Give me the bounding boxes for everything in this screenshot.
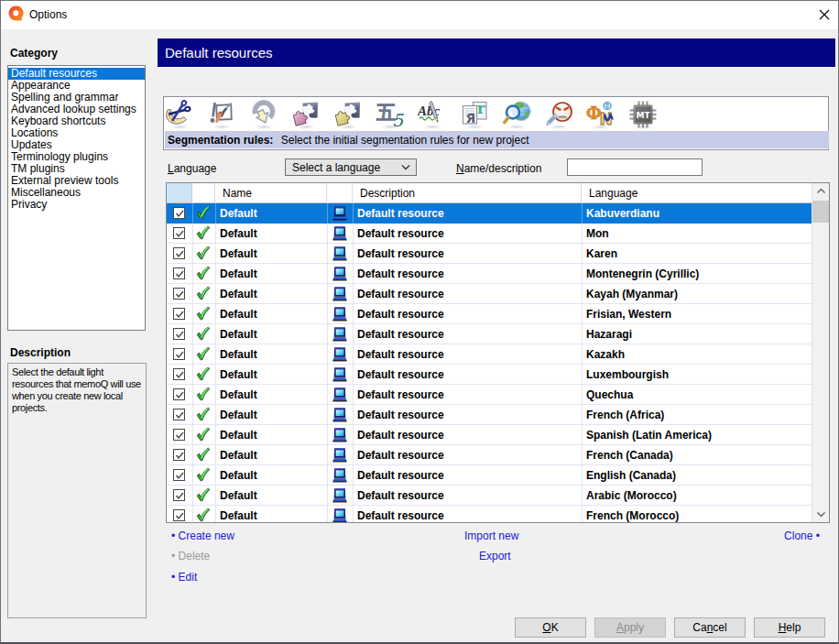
create-new-link[interactable]: • Create new: [171, 529, 234, 542]
checkmark-icon: [174, 430, 186, 442]
table-row[interactable]: Default Default resource Luxembourgish: [167, 365, 812, 385]
language-cell: French (Morocco): [586, 506, 679, 523]
row-checkbox[interactable]: [173, 227, 185, 239]
table-row[interactable]: Default Default resource Spanish (Latin …: [167, 425, 812, 445]
name-description-input[interactable]: [567, 158, 703, 176]
header-name-column[interactable]: Name: [215, 183, 327, 202]
row-checkbox[interactable]: [173, 509, 185, 521]
row-checkbox[interactable]: [173, 449, 185, 461]
description-cell: Default resource: [357, 284, 444, 303]
number-formats-icon[interactable]: 五5: [375, 97, 417, 130]
table-row[interactable]: Default Default resource Arabic (Morocco…: [167, 486, 812, 506]
resource-icon-cell: [332, 244, 347, 263]
row-checkbox[interactable]: [173, 247, 185, 259]
forbidden-terms-icon: [544, 100, 573, 129]
row-checkbox[interactable]: [173, 308, 185, 320]
scroll-down-button[interactable]: [812, 507, 830, 522]
segmentation-rules-icon[interactable]: [164, 97, 206, 130]
close-button[interactable]: [814, 5, 834, 25]
table-row[interactable]: Default Default resource Quechua: [167, 385, 812, 405]
qa-settings-icon[interactable]: [206, 97, 248, 130]
row-checkbox[interactable]: [173, 328, 185, 340]
web-search-icon[interactable]: [501, 97, 543, 130]
svg-text:MT: MT: [636, 111, 650, 120]
green-check-icon: [195, 366, 211, 382]
green-check-icon: [195, 407, 211, 422]
table-row[interactable]: Default Default resource Hazaragi: [167, 324, 812, 344]
language-cell: Luxembourgish: [586, 365, 669, 384]
row-checkbox[interactable]: [173, 288, 185, 300]
import-new-link[interactable]: Import new: [464, 529, 518, 542]
puzzle-yellow-icon[interactable]: [332, 97, 375, 130]
language-combobox-value: Select a language: [292, 161, 380, 174]
edit-link[interactable]: • Edit: [171, 571, 197, 584]
header-description-column[interactable]: Description: [353, 183, 582, 202]
language-cell: Kayah (Myanmar): [586, 284, 678, 303]
auto-translation-icon[interactable]: [248, 97, 290, 130]
table-row[interactable]: Default Default resource Frisian, Wester…: [167, 304, 812, 324]
green-check-icon: [195, 326, 211, 342]
name-cell: Default: [220, 445, 257, 464]
table-row[interactable]: Default Default resource French (Africa): [167, 405, 812, 425]
resource-icon-cell: [332, 425, 347, 444]
green-check-icon: [195, 205, 211, 221]
table-row[interactable]: Default Default resource French (Canada): [167, 445, 812, 465]
row-checkbox[interactable]: [173, 409, 185, 420]
header-language-column[interactable]: Language: [582, 183, 812, 202]
language-label: Language: [168, 162, 216, 175]
language-cell: Spanish (Latin America): [586, 425, 712, 444]
row-checkbox[interactable]: [173, 429, 185, 441]
scroll-up-button[interactable]: [812, 183, 830, 199]
help-button[interactable]: Help: [754, 617, 825, 638]
row-checkbox[interactable]: [173, 388, 185, 400]
delete-link[interactable]: • Delete: [171, 550, 210, 562]
header-checkbox-column[interactable]: [167, 183, 192, 202]
name-cell: Default: [220, 203, 257, 223]
export-link[interactable]: Export: [479, 550, 511, 562]
category-list[interactable]: Default resourcesAppearanceSpelling and …: [7, 65, 146, 331]
language-combobox[interactable]: Select a language: [285, 158, 417, 176]
description-cell: Default resource: [357, 224, 444, 243]
vertical-scrollbar[interactable]: [812, 183, 829, 522]
table-row[interactable]: Default Default resource Montenegrin (Cy…: [167, 264, 812, 284]
ignore-lists-icon[interactable]: Abc: [417, 97, 459, 130]
clone-link[interactable]: Clone •: [784, 529, 820, 542]
auto-translation-icon: [249, 100, 278, 129]
table-row[interactable]: Default Default resource Kayah (Myanmar): [167, 284, 812, 304]
table-row[interactable]: Default Default resource Mon: [167, 224, 812, 244]
name-cell: Default: [220, 224, 257, 243]
puzzle-pink-icon[interactable]: [290, 97, 332, 130]
font-substitution-icon[interactable]: ΦN: [585, 97, 627, 130]
mt-settings-icon[interactable]: MT: [627, 97, 670, 130]
header-icon-column[interactable]: [327, 183, 353, 202]
green-check-icon: [195, 467, 211, 483]
transliteration-icon[interactable]: rЯ: [459, 97, 501, 130]
table-row[interactable]: Default Default resource Kazakh: [167, 344, 812, 365]
green-check-icon: [195, 286, 211, 301]
row-checkbox[interactable]: [173, 489, 185, 501]
scrollbar-thumb[interactable]: [812, 201, 830, 223]
apply-button[interactable]: Apply: [594, 617, 666, 638]
cancel-button[interactable]: Cancel: [674, 617, 746, 638]
language-cell: Karen: [586, 244, 617, 263]
name-cell: Default: [220, 324, 257, 344]
table-row[interactable]: Default Default resource French (Morocco…: [167, 506, 812, 523]
forbidden-terms-icon[interactable]: [543, 97, 585, 130]
row-checkbox[interactable]: [173, 368, 185, 380]
resource-icon-cell: [332, 486, 347, 505]
category-item[interactable]: Privacy: [8, 199, 145, 211]
row-checkbox[interactable]: [173, 207, 185, 219]
status-cell: [195, 506, 211, 523]
table-row[interactable]: Default Default resource Karen: [167, 244, 812, 264]
ok-button[interactable]: OK: [515, 617, 586, 638]
table-row[interactable]: Default Default resource English (Canada…: [167, 465, 812, 486]
row-checkbox[interactable]: [173, 348, 185, 360]
row-checkbox[interactable]: [173, 469, 185, 481]
puzzle-yellow-icon: [333, 100, 363, 129]
resource-icon-cell: [332, 284, 347, 303]
row-checkbox[interactable]: [173, 267, 185, 279]
header-status-column[interactable]: [192, 183, 215, 202]
table-row[interactable]: Default Default resource Kabuverdianu: [167, 203, 812, 224]
green-check-icon: [195, 427, 211, 442]
checkmark-icon: [174, 208, 186, 220]
